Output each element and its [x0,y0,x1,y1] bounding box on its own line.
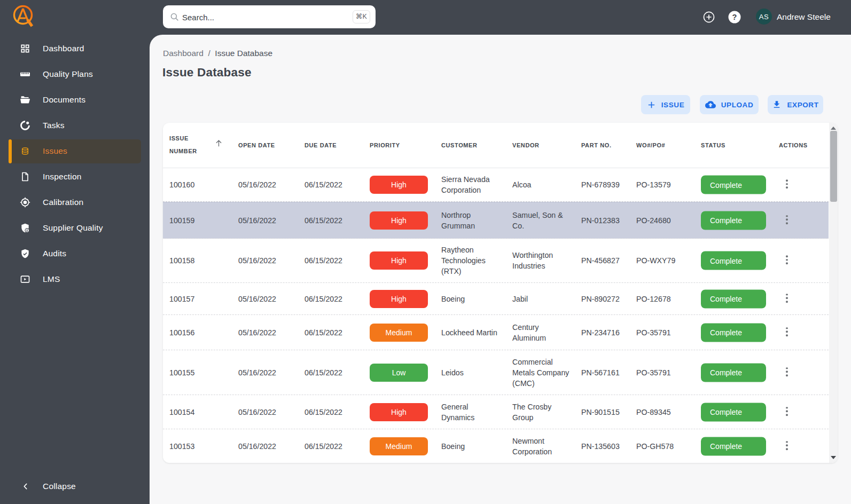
svg-text:?: ? [732,13,737,21]
